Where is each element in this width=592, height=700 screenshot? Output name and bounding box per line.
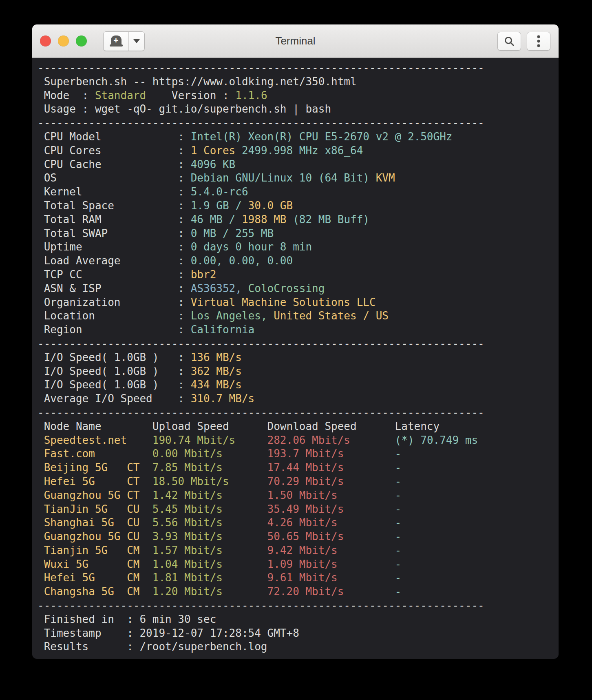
terminal-text: 70.29 Mbit/s — [267, 475, 395, 487]
terminal-text: Version : — [146, 89, 235, 102]
terminal-window: Terminal ---------------------- — [32, 24, 559, 659]
system-info-line: Total Space : 1.9 GB / 30.0 GB — [38, 199, 559, 213]
speedtest-header-line: Node Name Upload Speed Download Speed La… — [38, 420, 559, 434]
usage-line: Usage : wget -qO- git.io/superbench.sh |… — [38, 102, 559, 116]
terminal-text: - — [395, 447, 402, 460]
terminal-text: 4096 KB — [191, 158, 236, 171]
terminal-text: 434 MB/s — [191, 379, 242, 391]
speedtest-row-line: Tianjin 5G CM 1.57 Mbit/s 9.42 Mbit/s - — [38, 544, 559, 558]
maximize-button[interactable] — [76, 35, 87, 47]
terminal-text: Mode : — [38, 89, 95, 102]
terminal-text: Total SWAP : — [38, 227, 191, 239]
terminal-text: Virtual Machine Solutions LLC — [191, 296, 376, 308]
terminal-text: 1.09 Mbit/s — [267, 558, 395, 570]
terminal-text: CPU Cores : — [38, 144, 191, 157]
terminal-text: 1.04 Mbit/s — [152, 558, 267, 570]
terminal-text: (*) 70.749 ms — [395, 434, 478, 446]
terminal-text: 9.42 Mbit/s — [267, 544, 395, 556]
terminal-text: 1.57 Mbit/s — [152, 544, 267, 556]
terminal-text: 0.00 Mbit/s — [152, 447, 267, 460]
terminal-text: - — [395, 489, 402, 501]
terminal-text: Hefei 5G CT — [38, 475, 152, 487]
terminal-text: ----------------------------------------… — [38, 406, 484, 419]
terminal-text: Beijing 5G CT — [38, 461, 152, 474]
terminal-text: Guangzhou 5G CT — [38, 489, 152, 501]
system-info-line: Kernel : 5.4.0-rc6 — [38, 185, 559, 199]
terminal-text: Average I/O Speed : — [38, 392, 191, 405]
terminal-text: 0 MB / 255 MB — [191, 227, 274, 239]
terminal-text: 5.45 Mbit/s — [152, 503, 267, 515]
system-info-line: CPU Cache : 4096 KB — [38, 158, 559, 172]
speedtest-row-line: Hefei 5G CM 1.81 Mbit/s 9.61 Mbit/s - — [38, 571, 559, 585]
terminal-text: 136 MB/s — [191, 351, 242, 363]
speedtest-row-line: TianJin 5G CU 5.45 Mbit/s 35.49 Mbit/s - — [38, 503, 559, 516]
terminal-text: 4.26 Mbit/s — [267, 516, 395, 529]
terminal-text: Load Average : — [38, 255, 191, 267]
close-button[interactable] — [40, 35, 51, 47]
terminal-text: 18.50 Mbit/s — [152, 475, 267, 487]
terminal-text: Finished in : 6 min 30 sec — [38, 613, 216, 625]
system-info-line: ASN & ISP : AS36352, ColoCrossing — [38, 282, 559, 296]
io-speed-line: I/O Speed( 1.0GB ) : 362 MB/s — [38, 365, 559, 379]
terminal-text: - — [395, 585, 402, 598]
terminal-text: 0 days 0 hour 8 min — [191, 241, 312, 253]
terminal-text: ----------------------------------------… — [38, 337, 484, 350]
terminal-text: 1.1.6 — [235, 89, 267, 102]
terminal-text: 1.42 Mbit/s — [152, 489, 267, 501]
summary-line: Finished in : 6 min 30 sec — [38, 613, 559, 627]
terminal-text: Total Space : — [38, 199, 191, 212]
terminal-text: - — [395, 461, 402, 474]
speedtest-row-line: Guangzhou 5G CT 1.42 Mbit/s 1.50 Mbit/s … — [38, 489, 559, 503]
terminal-text: 362 MB/s — [191, 365, 242, 377]
terminal-text: ----------------------------------------… — [38, 599, 484, 611]
terminal-text: Usage : wget -qO- git.io/superbench.sh |… — [38, 103, 331, 115]
new-terminal-icon — [111, 35, 121, 47]
terminal-text: I/O Speed( 1.0GB ) : — [38, 351, 191, 363]
terminal-text: (82 MB Buff) — [287, 213, 370, 226]
terminal-text: - — [395, 516, 402, 529]
system-info-line: Load Average : 0.00, 0.00, 0.00 — [38, 254, 559, 268]
speedtest-row-line: Wuxi 5G CM 1.04 Mbit/s 1.09 Mbit/s - — [38, 558, 559, 572]
terminal-text: 193.7 Mbit/s — [267, 447, 395, 460]
terminal-text: ColoCrossing — [248, 282, 325, 295]
terminal-text: 35.49 Mbit/s — [267, 503, 395, 515]
terminal-text: OS : — [38, 172, 191, 184]
terminal-text: 1.9 GB / — [191, 199, 248, 212]
terminal-text: Wuxi 5G CM — [38, 558, 152, 570]
terminal-text: ----------------------------------------… — [38, 62, 484, 74]
tab-dropdown-button[interactable] — [129, 32, 144, 51]
terminal-text: Intel(R) Xeon(R) CPU E5-2670 v2 @ 2.50GH… — [191, 131, 453, 143]
terminal-output[interactable]: ----------------------------------------… — [32, 58, 559, 659]
terminal-text: Hefei 5G CM — [38, 572, 152, 584]
mode-version-line: Mode : Standard Version : 1.1.6 — [38, 89, 559, 103]
separator-line: ----------------------------------------… — [38, 116, 559, 130]
menu-button[interactable] — [527, 32, 550, 51]
terminal-text: Location : — [38, 310, 191, 322]
terminal-text: 9.61 Mbit/s — [267, 572, 395, 584]
terminal-text: Timestamp : 2019-12-07 17:28:54 GMT+8 — [38, 627, 299, 639]
terminal-text: Kernel : — [38, 186, 191, 198]
terminal-text: 5.4.0-rc6 — [191, 186, 248, 198]
speedtest-row-line: Hefei 5G CT 18.50 Mbit/s 70.29 Mbit/s - — [38, 475, 559, 489]
terminal-text: Los Angeles, — [191, 310, 274, 322]
titlebar-actions — [497, 32, 559, 51]
minimize-button[interactable] — [58, 35, 69, 47]
speedtest-row-line: Changsha 5G CM 1.20 Mbit/s 72.20 Mbit/s … — [38, 585, 559, 599]
terminal-text: 310.7 MB/s — [191, 392, 255, 405]
terminal-text: Standard — [95, 89, 146, 102]
terminal-text: Uptime : — [38, 241, 191, 253]
system-info-line: Total SWAP : 0 MB / 255 MB — [38, 227, 559, 241]
terminal-text: - — [395, 544, 402, 556]
kebab-menu-icon — [537, 35, 540, 47]
system-info-line: Organization : Virtual Machine Solutions… — [38, 296, 559, 310]
separator-line: ----------------------------------------… — [38, 406, 559, 420]
terminal-text: 1988 MB — [242, 213, 287, 226]
terminal-text: TianJin 5G CU — [38, 503, 152, 515]
new-terminal-button[interactable] — [104, 32, 129, 51]
terminal-text: Shanghai 5G CU — [38, 516, 152, 529]
chevron-down-icon — [133, 39, 140, 43]
search-button[interactable] — [497, 32, 521, 51]
terminal-text: - — [395, 530, 402, 543]
script-title-line: Superbench.sh -- https://www.oldking.net… — [38, 75, 559, 89]
terminal-text: I/O Speed( 1.0GB ) : — [38, 365, 191, 377]
